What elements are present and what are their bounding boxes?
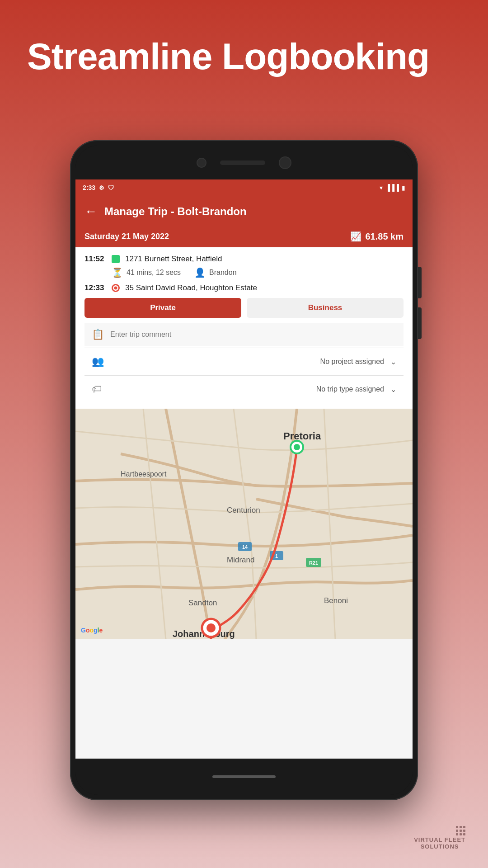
branding-line1: VIRTUAL FLEET — [414, 836, 465, 843]
battery-icon: ▮ — [402, 184, 405, 191]
volume-up-button — [418, 267, 422, 298]
svg-text:Benoni: Benoni — [324, 596, 348, 605]
trip-meta-row: ⏳ 41 mins, 12 secs 👤 Brandon — [112, 267, 404, 278]
nav-pill — [212, 775, 276, 778]
svg-text:Centurion: Centurion — [227, 506, 260, 514]
start-dot — [112, 255, 120, 263]
comment-row: 📋 — [84, 323, 404, 346]
project-label: No project assigned — [110, 358, 384, 366]
start-address: 1271 Burnett Street, Hatfield — [125, 255, 222, 264]
project-dropdown-row[interactable]: 👥 No project assigned ⌄ — [84, 350, 404, 373]
comment-input[interactable] — [110, 330, 404, 339]
svg-point-15 — [294, 444, 300, 450]
svg-text:14: 14 — [242, 544, 248, 550]
start-location-row: 11:52 1271 Burnett Street, Hatfield — [84, 255, 404, 264]
svg-text:Midrand: Midrand — [227, 556, 254, 564]
wifi-icon: ▾ — [380, 184, 383, 191]
phone-bottom-bar — [75, 759, 413, 795]
screen: 2:33 ⚙ 🛡 ▾ ▐▐▐ ▮ ← Manage Trip - Bolt-Br… — [75, 179, 413, 759]
phone-frame: 2:33 ⚙ 🛡 ▾ ▐▐▐ ▮ ← Manage Trip - Bolt-Br… — [70, 140, 418, 800]
svg-text:1: 1 — [275, 553, 278, 559]
speaker-grille — [220, 160, 265, 165]
end-address: 35 Saint David Road, Houghton Estate — [125, 283, 257, 292]
tag-icon: 🏷 — [92, 383, 102, 395]
status-time: 2:33 — [83, 184, 95, 191]
back-button[interactable]: ← — [84, 204, 97, 219]
project-chevron-icon: ⌄ — [390, 358, 396, 366]
trip-type-label: No trip type assigned — [108, 385, 384, 393]
svg-text:Pretoria: Pretoria — [283, 430, 321, 442]
app-bar: ← Manage Trip - Bolt-Brandon — [75, 196, 413, 227]
svg-text:Hartbeespoort: Hartbeespoort — [121, 470, 167, 478]
signal-icon: ▐▐▐ — [385, 184, 399, 191]
status-bar: 2:33 ⚙ 🛡 ▾ ▐▐▐ ▮ — [75, 179, 413, 196]
shield-icon: 🛡 — [108, 184, 114, 191]
business-button[interactable]: Business — [247, 298, 404, 318]
end-location-row: 12:33 35 Saint David Road, Houghton Esta… — [84, 283, 404, 292]
map-view: 14 1 R21 Hartbeespoort Pretoria Centurio… — [75, 409, 413, 639]
project-icon: 👥 — [92, 356, 104, 368]
trip-date: Saturday 21 May 2022 — [84, 232, 169, 241]
trend-icon: 📈 — [350, 231, 361, 242]
trip-type-buttons: Private Business — [84, 298, 404, 318]
branding-line2: SOLUTIONS — [414, 843, 465, 850]
camera-right — [279, 156, 291, 169]
driver-name: Brandon — [209, 269, 237, 277]
trip-type-dropdown-row[interactable]: 🏷 No trip type assigned ⌄ — [84, 377, 404, 401]
phone-top-notch — [75, 146, 413, 179]
trip-type-chevron-icon: ⌄ — [390, 385, 396, 394]
date-header: Saturday 21 May 2022 📈 61.85 km — [75, 227, 413, 247]
trip-content: 11:52 1271 Burnett Street, Hatfield ⏳ 41… — [75, 247, 413, 409]
app-bar-title: Manage Trip - Bolt-Brandon — [104, 205, 247, 218]
branding: VIRTUAL FLEET SOLUTIONS — [414, 826, 465, 850]
trip-distance: 61.85 km — [365, 231, 404, 242]
driver-icon: 👤 — [194, 267, 206, 278]
page-headline: Streamline Logbooking — [27, 36, 429, 77]
volume-down-button — [418, 307, 422, 339]
private-button[interactable]: Private — [84, 298, 241, 318]
settings-icon: ⚙ — [99, 184, 104, 191]
svg-point-17 — [206, 623, 216, 632]
camera-left — [197, 158, 206, 168]
end-time: 12:33 — [84, 283, 106, 292]
trip-duration: 41 mins, 12 secs — [127, 269, 181, 277]
google-watermark: Google — [81, 627, 103, 634]
comment-icon: 📋 — [92, 329, 104, 340]
start-time: 11:52 — [84, 255, 106, 264]
svg-text:R21: R21 — [309, 560, 318, 566]
end-dot — [112, 284, 120, 292]
svg-text:Sandton: Sandton — [188, 599, 217, 607]
duration-icon: ⏳ — [112, 267, 123, 278]
